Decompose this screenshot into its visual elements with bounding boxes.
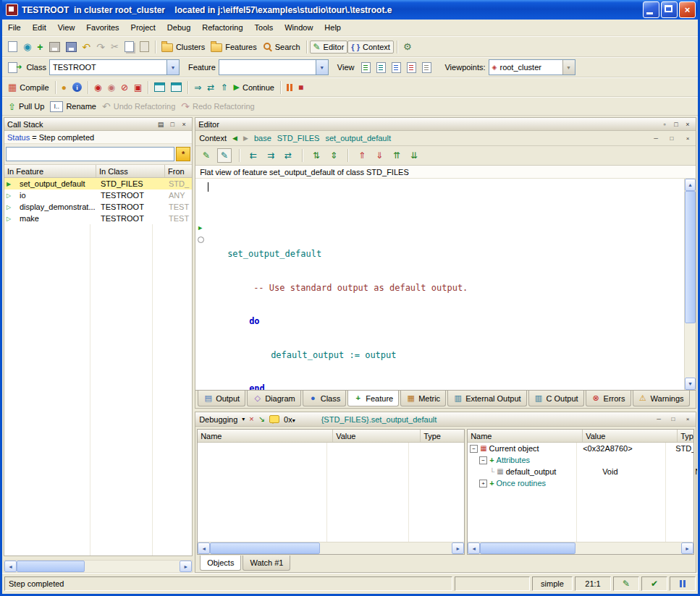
add-item-button[interactable]: +: [34, 41, 46, 54]
minimize-debug-icon[interactable]: ─: [654, 415, 663, 424]
maximize-button[interactable]: [661, 1, 678, 18]
tab-output[interactable]: ▤Output: [198, 391, 245, 406]
debugging-tools-button[interactable]: [151, 81, 168, 93]
object-tree-row[interactable]: −+Attributes: [468, 454, 693, 466]
pause-button[interactable]: [284, 82, 295, 93]
stop-button[interactable]: ■: [295, 82, 306, 93]
undock-icon[interactable]: ▫: [659, 119, 670, 129]
continue-button[interactable]: ▶Continue: [230, 82, 277, 93]
pull-up-button[interactable]: ⇧Pull Up: [5, 101, 47, 113]
minimize-context-icon[interactable]: ─: [651, 134, 660, 142]
suppliers-button[interactable]: ⇊: [408, 149, 421, 162]
watch-horizontal-scrollbar[interactable]: ◄ ►: [198, 542, 464, 554]
note-icon[interactable]: [269, 415, 279, 423]
tab-objects[interactable]: Objects: [200, 555, 241, 571]
minimize-button[interactable]: [643, 1, 659, 18]
maximize-panel-icon[interactable]: □: [167, 119, 177, 129]
scroll-left-icon[interactable]: ◄: [468, 542, 480, 554]
tab-class[interactable]: ●Class: [303, 391, 347, 406]
editor-button[interactable]: ✎Editor: [310, 41, 348, 54]
tab-watch-1[interactable]: Watch #1: [243, 555, 290, 571]
code-text[interactable]: set_output_default -- Use standard outpu…: [206, 179, 684, 390]
object-tree-row[interactable]: ++Once routines: [468, 477, 693, 489]
dock-icon[interactable]: ▤: [156, 119, 166, 129]
close-context-icon[interactable]: ×: [683, 134, 692, 142]
feature-combo[interactable]: ▼: [219, 59, 329, 75]
column-value[interactable]: Value: [583, 430, 678, 442]
scroll-track[interactable]: [480, 542, 681, 554]
history-back-icon[interactable]: ◀: [232, 135, 237, 142]
call-stack-filter-input[interactable]: [6, 147, 174, 161]
context-button[interactable]: Context: [347, 41, 394, 54]
crumb-feature[interactable]: set_output_default: [325, 134, 391, 142]
tab-feature[interactable]: +Feature: [347, 391, 399, 406]
enable-breakpoints-button[interactable]: ◉: [91, 82, 104, 93]
menu-view[interactable]: View: [52, 20, 81, 35]
tab-external-output[interactable]: ▥External Output: [447, 391, 526, 406]
crumb-class[interactable]: STD_FILES: [277, 134, 320, 142]
column-from[interactable]: Fron: [165, 165, 192, 177]
scroll-down-icon[interactable]: ▼: [685, 378, 696, 390]
editor-vertical-scrollbar[interactable]: ▲ ▼: [684, 179, 696, 390]
object-tree-row[interactable]: −▦Current object <0x32A8760> STD_: [468, 443, 693, 454]
implementers-button[interactable]: ⇕: [327, 149, 340, 162]
call-stack-row[interactable]: ▷ display_demonstrat... TESTROOT TEST: [4, 201, 192, 213]
new-button[interactable]: [5, 40, 20, 54]
callees-button[interactable]: ⇉: [264, 149, 277, 162]
undo-refactoring-button[interactable]: ↶Undo Refactoring: [99, 100, 178, 113]
remove-breakpoints-button[interactable]: ⊘: [118, 82, 131, 93]
undo-button[interactable]: ↶: [80, 41, 94, 54]
maximize-debug-icon[interactable]: □: [669, 415, 678, 424]
menu-debug[interactable]: Debug: [161, 20, 196, 35]
scroll-track[interactable]: [210, 542, 452, 554]
title-bar[interactable]: TESTROOT in cluster root_cluster located…: [2, 0, 698, 20]
viewpoints-combo-arrow-icon[interactable]: ▼: [562, 60, 575, 74]
go-to-object-icon[interactable]: ↘: [258, 415, 265, 423]
tab-diagram[interactable]: ◇Diagram: [247, 391, 301, 406]
save-all-button[interactable]: [63, 41, 80, 54]
scroll-right-icon[interactable]: ►: [180, 561, 192, 572]
scroll-right-icon[interactable]: ►: [681, 542, 693, 554]
rename-button[interactable]: Rename: [47, 100, 99, 114]
expand-icon[interactable]: +: [479, 480, 487, 488]
ancestors-button[interactable]: ⇑: [355, 149, 368, 162]
column-type[interactable]: Type: [421, 430, 464, 442]
close-editor-icon[interactable]: ×: [683, 119, 693, 129]
menu-tools[interactable]: Tools: [249, 20, 279, 35]
menu-refactoring[interactable]: Refactoring: [196, 20, 248, 35]
tab-errors[interactable]: ⊗Errors: [586, 391, 631, 406]
breakpoint-gutter[interactable]: ►: [195, 179, 206, 390]
editable-view-button[interactable]: ✎: [217, 148, 232, 163]
hex-format-button[interactable]: 0x▾: [284, 415, 295, 424]
scroll-left-icon[interactable]: ◄: [198, 542, 210, 554]
flat-view-button[interactable]: [389, 61, 404, 74]
column-name[interactable]: Name: [198, 430, 333, 442]
redo-refactoring-button[interactable]: ↷Redo Refactoring: [178, 100, 257, 113]
column-type[interactable]: Typ: [678, 430, 693, 442]
close-panel-icon[interactable]: ×: [179, 119, 189, 129]
menu-help[interactable]: Help: [319, 20, 347, 35]
disable-breakpoints-button[interactable]: ◉: [104, 82, 117, 93]
tab-metric[interactable]: ▦Metric: [400, 391, 446, 406]
class-combo[interactable]: TESTROOT ▼: [49, 59, 180, 75]
call-stack-horizontal-scrollbar[interactable]: ◄ ►: [4, 560, 193, 573]
close-button[interactable]: ×: [679, 1, 696, 18]
step-out-button[interactable]: ⇑: [217, 82, 230, 93]
contract-view-button[interactable]: [404, 61, 419, 74]
open-button[interactable]: ◉: [20, 41, 34, 53]
menu-file[interactable]: File: [2, 20, 27, 35]
clickable-view-button[interactable]: [374, 61, 389, 74]
objects-horizontal-scrollbar[interactable]: ◄ ►: [468, 542, 693, 554]
send-to-new-tool-button[interactable]: ➜: [5, 61, 25, 74]
scroll-track[interactable]: [685, 191, 696, 378]
paste-button[interactable]: [137, 40, 152, 54]
clusters-button[interactable]: Clusters: [159, 40, 208, 54]
breakpoint-slot-icon[interactable]: [198, 237, 204, 243]
interface-view-button[interactable]: [419, 61, 434, 74]
clients-button[interactable]: ⇈: [390, 149, 403, 162]
scroll-thumb[interactable]: [685, 191, 696, 323]
scroll-left-icon[interactable]: ◄: [4, 561, 17, 572]
search-button[interactable]: Search: [260, 41, 303, 53]
viewpoints-combo[interactable]: ◈root_cluster ▼: [489, 59, 575, 75]
scroll-right-icon[interactable]: ►: [452, 542, 464, 554]
